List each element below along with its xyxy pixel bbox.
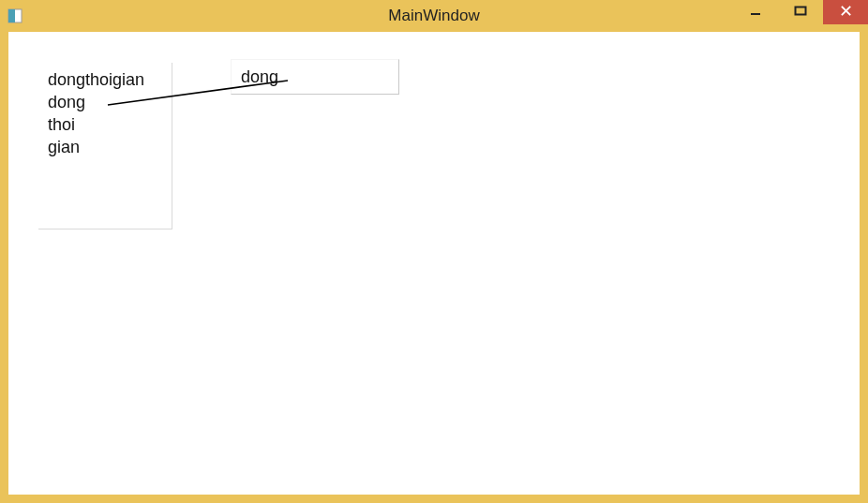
- maximize-button[interactable]: [778, 0, 823, 24]
- window-title: MainWindow: [388, 7, 479, 25]
- list-item[interactable]: dong: [48, 91, 162, 113]
- list-item[interactable]: gian: [48, 136, 162, 158]
- svg-rect-1: [8, 9, 15, 22]
- titlebar: MainWindow ✕: [0, 0, 868, 32]
- client-area: dongthoigian dong thoi gian dong: [8, 32, 860, 495]
- list-item[interactable]: thoi: [48, 113, 162, 136]
- app-icon: [0, 0, 30, 32]
- minimize-button[interactable]: [733, 0, 778, 24]
- listbox[interactable]: dongthoigian dong thoi gian: [38, 63, 172, 229]
- svg-rect-3: [796, 7, 806, 15]
- close-icon: ✕: [839, 1, 853, 22]
- svg-rect-2: [751, 13, 760, 15]
- list-item[interactable]: dongthoigian: [48, 68, 162, 91]
- textbox[interactable]: dong: [231, 59, 399, 95]
- close-button[interactable]: ✕: [823, 0, 868, 24]
- textbox-value: dong: [241, 67, 278, 87]
- window-controls: ✕: [733, 0, 868, 26]
